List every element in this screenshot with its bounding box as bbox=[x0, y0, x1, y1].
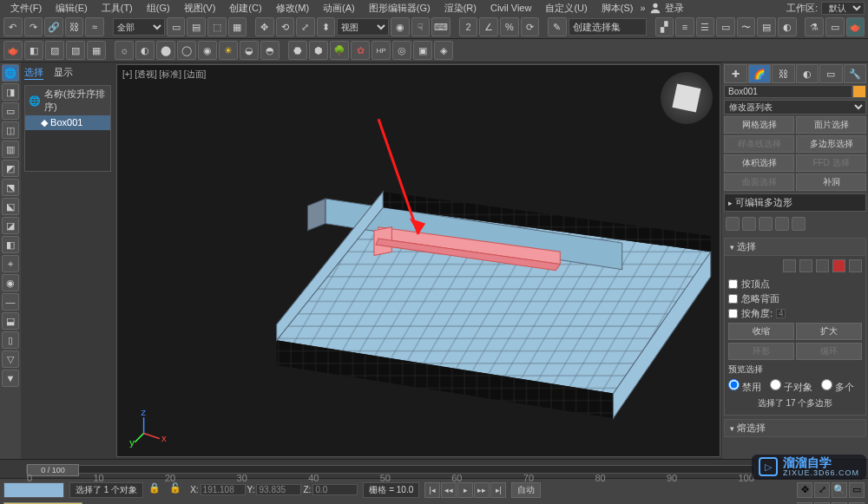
radio-disable[interactable]: 禁用 bbox=[728, 379, 761, 394]
viewcube[interactable] bbox=[661, 72, 713, 124]
tb2-btn-9[interactable]: ◯ bbox=[177, 41, 196, 60]
tb2-btn-8[interactable]: ⬤ bbox=[156, 41, 175, 60]
pivot-button[interactable]: ◉ bbox=[391, 17, 410, 36]
ref-coord-dropdown[interactable]: 视图 bbox=[337, 18, 389, 36]
tb2-btn-7[interactable]: ◐ bbox=[135, 41, 155, 60]
left-ico-4[interactable]: ◫ bbox=[2, 121, 19, 139]
menu-animation[interactable]: 动画(A) bbox=[316, 2, 362, 15]
element-level-icon[interactable] bbox=[849, 259, 862, 272]
material-editor-button[interactable]: ◐ bbox=[778, 17, 797, 36]
viewport-label[interactable]: [+] [透视] [标准] [边面] bbox=[122, 69, 206, 81]
tb2-btn-13[interactable]: ◓ bbox=[260, 41, 279, 60]
menu-modify[interactable]: 修改(M) bbox=[269, 2, 317, 15]
tb2-light-icon[interactable]: ☼ bbox=[115, 41, 134, 60]
nav-2[interactable]: ⤢ bbox=[814, 482, 830, 498]
link-button[interactable]: 🔗 bbox=[44, 17, 63, 36]
tb2-plant-icon[interactable]: 🌳 bbox=[330, 41, 349, 60]
snap-percent-button[interactable]: % bbox=[500, 17, 519, 36]
tb2-btn-14[interactable]: ⬣ bbox=[288, 41, 307, 60]
tb2-btn-15[interactable]: ⬢ bbox=[309, 41, 328, 60]
menu-group[interactable]: 组(G) bbox=[140, 2, 177, 15]
show-end-result-icon[interactable] bbox=[742, 217, 756, 231]
pin-stack-icon[interactable] bbox=[726, 217, 740, 231]
workspace-dropdown[interactable]: 默认 bbox=[821, 2, 865, 15]
menu-civil[interactable]: Civil View bbox=[483, 3, 538, 13]
keyboard-shortcut-icon[interactable]: ⌨ bbox=[431, 17, 450, 36]
tab-display-panel[interactable]: ▭ bbox=[819, 64, 843, 83]
next-frame-button[interactable]: ▸▸ bbox=[474, 482, 490, 498]
border-level-icon[interactable] bbox=[816, 259, 829, 272]
nav-3[interactable]: 🔍 bbox=[832, 482, 847, 498]
scene-tree[interactable]: 🌐 名称(按升序排序) ◆ Box001 bbox=[24, 85, 111, 172]
schematic-button[interactable]: ▤ bbox=[757, 17, 776, 36]
tab-create[interactable]: ✚ bbox=[724, 64, 747, 83]
selection-lock-icon[interactable]: 🔓 bbox=[169, 482, 185, 498]
left-ico-14[interactable]: ⬓ bbox=[2, 312, 19, 330]
window-crossing-icon[interactable]: ▦ bbox=[228, 17, 247, 36]
spinner-snap-button[interactable]: ⟳ bbox=[521, 17, 540, 36]
selection-filter-dropdown[interactable]: 全部 bbox=[113, 18, 165, 36]
menu-tools[interactable]: 工具(T) bbox=[95, 2, 140, 15]
render-setup-button[interactable]: ⚗ bbox=[805, 17, 824, 36]
manipulate-button[interactable]: ☟ bbox=[411, 17, 431, 36]
tb2-sun-icon[interactable]: ☀ bbox=[219, 41, 238, 60]
modifier-stack-item[interactable]: 可编辑多边形 bbox=[724, 193, 866, 212]
left-ico-3[interactable]: ▭ bbox=[2, 102, 19, 120]
render-frame-button[interactable]: ▭ bbox=[825, 17, 845, 36]
remove-modifier-icon[interactable] bbox=[775, 217, 789, 231]
left-ico-12[interactable]: ◉ bbox=[2, 274, 19, 291]
align-button[interactable]: ≡ bbox=[675, 17, 694, 36]
select-object-button[interactable]: ▭ bbox=[167, 17, 186, 36]
bind-icon[interactable]: ≈ bbox=[85, 17, 104, 36]
select-name-button[interactable]: ▤ bbox=[187, 17, 206, 36]
left-ico-9[interactable]: ◪ bbox=[2, 217, 19, 234]
isolate-button[interactable]: 🔒 bbox=[148, 482, 164, 498]
tab-hierarchy[interactable]: ⛓ bbox=[772, 64, 795, 83]
check-by-vertex[interactable]: 按顶点 bbox=[728, 278, 862, 291]
rotate-button[interactable]: ⟲ bbox=[276, 17, 295, 36]
menu-create[interactable]: 创建(C) bbox=[222, 2, 268, 15]
named-selection-dropdown[interactable]: 创建选择集 bbox=[569, 18, 647, 36]
time-track[interactable]: 0 / 100 0102030405060708090100 bbox=[26, 465, 755, 474]
btn-poly-select[interactable]: 多边形选择 bbox=[796, 135, 866, 153]
curve-editor-button[interactable]: 〜 bbox=[737, 17, 756, 36]
object-name-input[interactable] bbox=[724, 85, 852, 98]
rollout-selection-head[interactable]: 选择 bbox=[724, 238, 866, 256]
tree-header[interactable]: 🌐 名称(按升序排序) bbox=[25, 86, 110, 115]
left-ico-6[interactable]: ◩ bbox=[2, 160, 19, 177]
x-coord-input[interactable] bbox=[201, 484, 246, 495]
snap-2d-button[interactable]: 2 bbox=[459, 17, 478, 36]
tb2-hp-icon[interactable]: HP bbox=[372, 41, 391, 60]
tab-motion[interactable]: ◐ bbox=[796, 64, 819, 83]
left-ico-10[interactable]: ◧ bbox=[2, 236, 19, 253]
select-region-rect-icon[interactable]: ⬚ bbox=[207, 17, 227, 36]
tb2-btn-19[interactable]: ◎ bbox=[392, 41, 411, 60]
unlink-button[interactable]: ⛓ bbox=[65, 17, 84, 36]
redo-button[interactable]: ↷ bbox=[24, 17, 43, 36]
tb2-btn-3[interactable]: ▨ bbox=[45, 41, 64, 60]
move-button[interactable]: ✥ bbox=[255, 17, 274, 36]
menu-edit[interactable]: 编辑(E) bbox=[49, 2, 95, 15]
tb2-btn-2[interactable]: ◧ bbox=[24, 41, 43, 60]
modifier-list-dropdown[interactable]: 修改器列表 bbox=[724, 100, 866, 115]
configure-sets-icon[interactable] bbox=[792, 217, 806, 231]
nav-1[interactable]: ✥ bbox=[797, 482, 812, 498]
left-ico-13[interactable]: — bbox=[2, 293, 19, 311]
y-coord-input[interactable] bbox=[256, 484, 301, 495]
btn-mesh-select[interactable]: 网格选择 bbox=[724, 116, 794, 134]
btn-vol-select[interactable]: 体积选择 bbox=[724, 154, 794, 172]
layer-button[interactable]: ☰ bbox=[696, 17, 715, 36]
nav-4[interactable]: ▭ bbox=[849, 482, 865, 498]
menu-overflow-icon[interactable]: » bbox=[640, 3, 645, 13]
menu-render[interactable]: 渲染(R) bbox=[437, 2, 483, 15]
tb2-btn-12[interactable]: ◒ bbox=[240, 41, 259, 60]
left-ico-8[interactable]: ⬕ bbox=[2, 198, 19, 215]
toggle-ribbon-button[interactable]: ▭ bbox=[716, 17, 735, 36]
tb2-btn-20[interactable]: ▣ bbox=[413, 41, 432, 60]
named-sel-edit-icon[interactable]: ✎ bbox=[548, 17, 567, 36]
tb2-btn-21[interactable]: ◈ bbox=[434, 41, 453, 60]
z-coord-input[interactable] bbox=[312, 484, 358, 495]
snap-angle-button[interactable]: ∠ bbox=[479, 17, 498, 36]
tb2-btn-4[interactable]: ▧ bbox=[66, 41, 85, 60]
scene-explorer-icon[interactable]: 🌐 bbox=[2, 64, 19, 82]
